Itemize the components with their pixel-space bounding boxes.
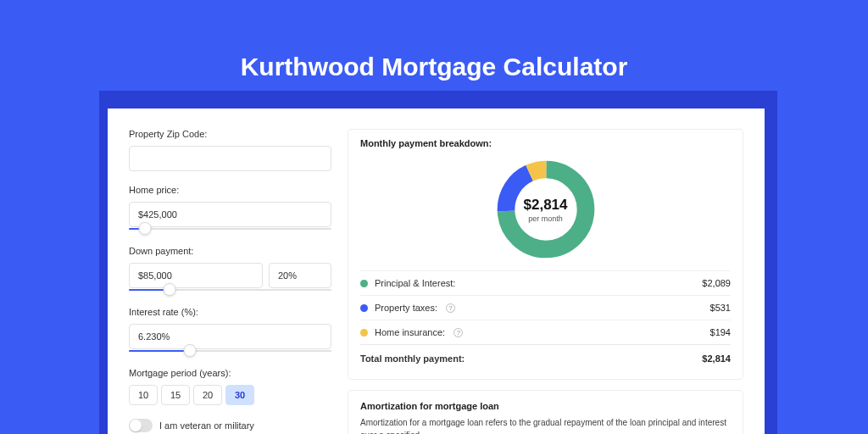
- donut-wrap: $2,814 per month: [360, 153, 731, 270]
- veteran-toggle-row: I am veteran or military: [129, 419, 332, 432]
- legend-principal-label: Principal & Interest:: [375, 278, 455, 288]
- period-label: Mortgage period (years):: [129, 368, 332, 378]
- veteran-label: I am veteran or military: [159, 420, 254, 431]
- donut-chart: $2,814 per month: [493, 157, 598, 262]
- down-payment-slider[interactable]: [129, 287, 331, 293]
- total-value: $2,814: [702, 353, 731, 364]
- rate-slider-fill: [129, 350, 190, 352]
- amort-text: Amortization for a mortgage loan refers …: [360, 416, 731, 434]
- down-percent-input[interactable]: [269, 263, 331, 288]
- legend-total-row: Total monthly payment: $2,814: [360, 344, 731, 370]
- home-price-input[interactable]: [129, 202, 331, 227]
- home-price-label: Home price:: [129, 185, 332, 195]
- legend-principal-value: $2,089: [702, 278, 731, 288]
- amortization-card: Amortization for mortgage loan Amortizat…: [348, 390, 743, 434]
- results-panel: Monthly payment breakdown: $2,814 per mo…: [332, 108, 765, 434]
- dot-blue-icon: [360, 304, 368, 312]
- legend-principal-row: Principal & Interest: $2,089: [360, 270, 731, 295]
- info-icon[interactable]: ?: [446, 303, 455, 313]
- period-10-button[interactable]: 10: [129, 385, 158, 405]
- period-options: 10 15 20 30: [129, 385, 332, 405]
- info-icon[interactable]: ?: [453, 328, 463, 337]
- zip-label: Property Zip Code:: [129, 129, 332, 139]
- down-payment-label: Down payment:: [129, 246, 332, 256]
- period-20-button[interactable]: 20: [193, 385, 222, 405]
- rate-label: Interest rate (%):: [129, 307, 332, 317]
- legend-insurance-label: Home insurance:: [375, 327, 445, 337]
- home-price-slider[interactable]: [129, 225, 331, 232]
- veteran-toggle[interactable]: [129, 419, 153, 432]
- period-15-button[interactable]: 15: [161, 385, 190, 405]
- down-amount-input[interactable]: [129, 263, 263, 288]
- calculator-card: Property Zip Code: Home price: Down paym…: [108, 108, 765, 434]
- legend-insurance-row: Home insurance: ? $194: [360, 320, 731, 344]
- home-price-field: Home price:: [129, 185, 332, 232]
- down-slider-thumb[interactable]: [163, 283, 175, 296]
- donut-amount: $2,814: [524, 197, 568, 214]
- period-30-button[interactable]: 30: [225, 385, 254, 405]
- dot-yellow-icon: [360, 329, 368, 337]
- legend-insurance-value: $194: [710, 327, 731, 337]
- form-panel: Property Zip Code: Home price: Down paym…: [108, 108, 332, 434]
- total-label: Total monthly payment:: [360, 353, 465, 364]
- zip-input[interactable]: [129, 146, 331, 171]
- rate-slider-thumb[interactable]: [183, 344, 196, 357]
- amort-title: Amortization for mortgage loan: [360, 401, 731, 411]
- breakdown-card: Monthly payment breakdown: $2,814 per mo…: [348, 129, 743, 380]
- rate-slider[interactable]: [129, 348, 331, 354]
- dot-green-icon: [360, 280, 368, 287]
- legend-taxes-label: Property taxes:: [375, 303, 437, 313]
- rate-field: Interest rate (%):: [129, 307, 332, 354]
- legend-taxes-value: $531: [710, 303, 731, 313]
- donut-sub: per month: [528, 214, 563, 223]
- period-field: Mortgage period (years): 10 15 20 30: [129, 368, 332, 405]
- breakdown-title: Monthly payment breakdown:: [360, 138, 731, 148]
- legend-taxes-row: Property taxes: ? $531: [360, 295, 731, 320]
- page-title: Kurthwood Mortgage Calculator: [0, 0, 868, 105]
- home-price-slider-thumb[interactable]: [139, 222, 152, 235]
- rate-input[interactable]: [129, 324, 331, 349]
- down-payment-field: Down payment:: [129, 246, 332, 293]
- zip-field: Property Zip Code:: [129, 129, 332, 171]
- donut-center: $2,814 per month: [493, 157, 598, 262]
